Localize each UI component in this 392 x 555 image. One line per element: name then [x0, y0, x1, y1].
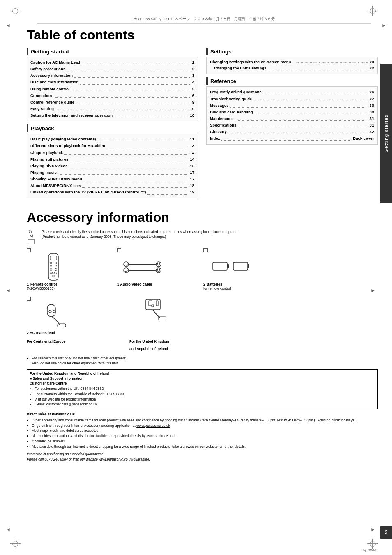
- toc-item: Maintenance 31: [210, 115, 374, 122]
- section-bar-getting-started: [27, 48, 28, 55]
- getting-started-title: Getting started: [31, 48, 69, 55]
- accessory-intro: Please check and identify the supplied a…: [27, 229, 378, 244]
- svg-point-18: [157, 263, 160, 265]
- accessories-row-2: 2 AC mains lead: [27, 297, 378, 335]
- battery-sublabel: for remote control: [203, 286, 231, 290]
- svg-rect-27: [248, 264, 249, 268]
- toc-item: Index Back cover: [210, 135, 374, 142]
- svg-point-14: [124, 262, 129, 267]
- section-bar-reference: [206, 77, 208, 85]
- toc-item: Troubleshooting guide 27: [210, 96, 374, 102]
- svg-rect-34: [156, 301, 158, 306]
- section-bar-settings: [206, 48, 208, 55]
- accessory-title: Accessory information: [27, 210, 378, 225]
- svg-rect-26: [233, 262, 248, 270]
- uk-box-title: For the United Kingdom and Republic of I…: [30, 371, 375, 375]
- battery-label: 2 Batteries: [203, 282, 222, 286]
- accessory-checkbox-2: [117, 248, 121, 252]
- toc-item: Using remote control 5: [30, 86, 194, 92]
- uk-info-box: For the United Kingdom and Republic of I…: [27, 369, 378, 409]
- svg-point-30: [53, 310, 55, 313]
- svg-point-8: [50, 269, 52, 271]
- accessory-checkbox-3: [203, 248, 208, 252]
- rqt-number: RQT9038: [361, 548, 376, 552]
- toc-item: Easy Setting 10: [30, 106, 194, 112]
- accessory-remote: 1 Remote control (N2QAYB000185): [27, 248, 97, 290]
- toc-item: Disc and card information 4: [30, 79, 194, 85]
- svg-point-19: [124, 268, 129, 273]
- accessory-checkbox-4: [27, 297, 31, 301]
- direct-sales-section: Direct Sales at Panasonic UK Order acces…: [27, 412, 378, 449]
- toc-item: Accessory information 3: [30, 72, 194, 79]
- pen-icon: [27, 229, 36, 238]
- battery-icon: [211, 258, 250, 276]
- toc-columns: Getting started Caution for AC Mains Lea…: [27, 47, 378, 202]
- guarantee-text: Interested in purchasing an extended gua…: [27, 451, 378, 462]
- direct-sales-item-6: Also available through our Internet is d…: [32, 444, 378, 449]
- arrow-left-mid: ◄: [6, 288, 11, 293]
- svg-point-13: [53, 275, 55, 277]
- accessories-row-1: 1 Remote control (N2QAYB000185): [27, 248, 378, 290]
- remote-control-icon: [45, 253, 62, 281]
- settings-item-onscreen: Changing settings with the on-screen men…: [210, 59, 374, 65]
- svg-rect-3: [50, 256, 57, 260]
- getting-started-header: Getting started: [27, 48, 198, 55]
- toc-item: About MP3/JPEG/DivX files 18: [30, 182, 194, 189]
- playback-title: Playback: [31, 125, 54, 131]
- accessory-batteries: 2 Batteries for remote control: [203, 248, 273, 290]
- toc-item: Specifications 31: [210, 122, 374, 129]
- toc-item: Playing still pictures 14: [30, 156, 194, 163]
- uk-phone: For customers within the UK: 0844 844 38…: [35, 386, 375, 391]
- page-number: 3: [385, 530, 388, 535]
- toc-item: Different kinds of playback for BD-Video…: [30, 143, 194, 149]
- accessory-ac-uk: [129, 297, 199, 325]
- battery-image: [203, 254, 257, 281]
- settings-section: Changing settings with the on-screen men…: [206, 57, 378, 74]
- av-cable-image: [117, 254, 171, 281]
- corner-mark-tl: [12, 8, 18, 14]
- svg-point-11: [53, 272, 55, 274]
- svg-point-5: [55, 262, 57, 264]
- toc-item: Showing FUNCTIONS menu 17: [30, 176, 194, 182]
- ac-lead-europe-image: [27, 302, 80, 329]
- ac-lead-uk-icon: [140, 297, 173, 322]
- remote-image: [27, 254, 80, 281]
- ac-lead-label: 2 AC mains lead: [27, 331, 55, 335]
- svg-rect-25: [227, 264, 229, 268]
- svg-point-23: [157, 269, 160, 272]
- direct-sales-item-3: Most major credit and debit cards accept…: [32, 428, 378, 433]
- toc-item: Playing DivX videos 16: [30, 163, 194, 169]
- toc-item: Frequently asked questions 26: [210, 89, 374, 95]
- svg-point-9: [55, 269, 57, 271]
- svg-point-20: [125, 269, 127, 272]
- svg-point-29: [49, 310, 51, 313]
- toc-item: Setting the television and receiver oper…: [30, 112, 194, 119]
- playback-section: Basic play (Playing video contents) 11 D…: [27, 134, 198, 198]
- side-tab-label: Getting started: [384, 114, 389, 152]
- svg-point-12: [55, 272, 57, 274]
- arrow-left-top: ◄: [6, 23, 11, 28]
- toc-item: Playing music 17: [30, 169, 194, 176]
- accessory-intro-text: Please check and identify the supplied a…: [42, 229, 237, 235]
- accessory-av-cable: 1 Audio/Video cable: [117, 248, 187, 286]
- settings-title: Settings: [210, 48, 231, 55]
- note-1: For use with this unit only. Do not use …: [32, 356, 378, 366]
- svg-point-17: [156, 262, 161, 267]
- toc-item: Disc and card handling 30: [210, 109, 374, 115]
- reference-header: Reference: [206, 77, 378, 85]
- continental-europe-label: For Continental Europe: [27, 337, 97, 352]
- toc-right-column: Settings Changing settings with the on-s…: [206, 47, 378, 202]
- settings-header: Settings: [206, 48, 378, 55]
- getting-started-tab: Getting started: [380, 64, 392, 203]
- toc-item: Changing the unit's settings 22: [210, 65, 374, 71]
- svg-point-7: [55, 265, 57, 267]
- toc-item: Glossary 32: [210, 129, 374, 135]
- ac-labels-row: For Continental Europe For the United Ki…: [27, 337, 378, 352]
- email-info: E-mail: customer.care@panasonic.co.uk: [35, 402, 375, 407]
- svg-rect-0: [29, 230, 33, 236]
- svg-point-10: [50, 272, 52, 274]
- direct-sales-item-4: All enquiries transactions and distribut…: [32, 433, 378, 439]
- svg-point-15: [125, 263, 127, 265]
- ac-lead-uk-image: [129, 297, 183, 323]
- toc-item: Safety precautions 2: [30, 66, 194, 72]
